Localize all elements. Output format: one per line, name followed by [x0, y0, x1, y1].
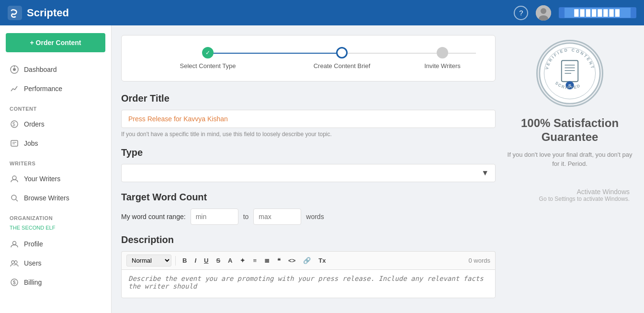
username-display[interactable]: ████████ — [559, 7, 636, 18]
word-count-to-label: to — [243, 213, 249, 220]
word-count-heading: Target Word Count — [121, 192, 496, 203]
activate-windows: Activate Windows Go to Settings to activ… — [505, 188, 634, 202]
format-select[interactable]: Normal Heading 1 Heading 2 Heading 3 — [126, 255, 171, 267]
sidebar-item-performance[interactable]: Performance — [0, 79, 111, 98]
underline-button[interactable]: U — [201, 255, 211, 266]
performance-label: Performance — [24, 85, 62, 93]
step-invite-writers: Invite Writers — [409, 47, 476, 70]
order-title-input[interactable] — [121, 110, 496, 128]
svg-text:$: $ — [13, 280, 16, 285]
scripted-logo-icon — [8, 6, 22, 20]
svg-point-17 — [14, 261, 17, 264]
quote-button[interactable]: ❝ — [274, 255, 283, 266]
description-word-count: 0 words — [468, 257, 490, 264]
svg-line-14 — [16, 199, 18, 201]
step-3-circle — [437, 47, 448, 58]
browse-writers-label: Browse Writers — [24, 194, 69, 202]
svg-point-2 — [541, 8, 546, 14]
avatar[interactable] — [536, 5, 551, 21]
description-toolbar: Normal Heading 1 Heading 2 Heading 3 B I… — [121, 251, 496, 269]
sidebar-item-jobs[interactable]: Jobs — [0, 134, 111, 153]
right-panel: S VERIFIED CONTENT SCRIPTED 100% Satisfa… — [505, 35, 634, 303]
sidebar-item-browse-writers[interactable]: Browse Writers — [0, 188, 111, 208]
step-1-circle: ✓ — [202, 47, 214, 58]
order-title-heading: Order Title — [121, 93, 496, 104]
svg-rect-0 — [8, 6, 22, 20]
order-content-button[interactable]: + Order Content — [6, 33, 105, 52]
step-2-label: Create Content Brief — [314, 62, 371, 70]
word-count-unit-label: words — [306, 213, 324, 220]
sidebar-item-users[interactable]: Users — [0, 254, 111, 273]
svg-rect-9 — [11, 140, 18, 146]
users-icon — [10, 258, 19, 268]
svg-point-15 — [13, 242, 16, 245]
step-1-label: Select Content Type — [180, 62, 236, 70]
jobs-label: Jobs — [24, 139, 38, 147]
logo-text: Scripted — [27, 7, 69, 19]
logo: Scripted — [8, 6, 69, 20]
type-select-wrapper: Blog Post Article Press Release Product … — [121, 164, 496, 182]
word-count-section: Target Word Count My word count range: t… — [121, 192, 496, 225]
content-section-title: CONTENT — [0, 98, 111, 115]
dashboard-label: Dashboard — [24, 66, 57, 73]
font-color-button[interactable]: A — [225, 255, 235, 266]
sidebar-item-profile[interactable]: Profile — [0, 234, 111, 254]
header: Scripted ? ████████ — [0, 0, 644, 25]
browse-writers-icon — [10, 193, 19, 203]
link-button[interactable]: 🔗 — [300, 255, 314, 266]
word-count-min-input[interactable] — [191, 209, 238, 225]
your-writers-label: Your Writers — [24, 175, 60, 183]
activate-windows-subtitle: Go to Settings to activate Windows. — [505, 196, 630, 202]
avatar-icon — [536, 5, 551, 21]
sidebar-item-billing[interactable]: $ Billing — [0, 273, 111, 292]
description-section: Description Normal Heading 1 Heading 2 H… — [121, 234, 496, 300]
header-right: ? ████████ — [514, 5, 636, 21]
toolbar-divider — [175, 256, 176, 266]
billing-label: Billing — [24, 278, 42, 286]
guarantee-description: If you don't love your final draft, you … — [505, 150, 634, 169]
step-2-line — [342, 53, 476, 54]
jobs-icon — [10, 139, 19, 148]
main-layout: + Order Content Dashboard Performance CO… — [0, 25, 644, 313]
writers-section-title: WRITERS — [0, 153, 111, 169]
clear-format-button[interactable]: Tx — [316, 255, 328, 266]
sidebar-item-dashboard[interactable]: Dashboard — [0, 60, 111, 79]
sidebar-item-orders[interactable]: $ Orders — [0, 115, 111, 134]
help-button[interactable]: ? — [514, 6, 528, 20]
org-name: THE SECOND ELF — [0, 224, 111, 234]
form-panel: ✓ Select Content Type Create Content Bri… — [121, 35, 496, 303]
strikethrough-button[interactable]: S — [213, 255, 223, 266]
billing-icon: $ — [10, 278, 19, 287]
italic-button[interactable]: I — [192, 255, 199, 266]
highlight-button[interactable]: ✦ — [237, 255, 248, 266]
step-2-circle — [336, 47, 348, 58]
activate-windows-title: Activate Windows — [505, 188, 630, 196]
your-writers-icon — [10, 174, 19, 184]
orders-label: Orders — [24, 120, 45, 128]
word-count-max-input[interactable] — [253, 209, 301, 225]
word-count-row: My word count range: to words — [121, 209, 496, 225]
guarantee-badge: S VERIFIED CONTENT SCRIPTED — [536, 40, 603, 107]
description-heading: Description — [121, 234, 496, 245]
step-select-content-type: ✓ Select Content Type — [141, 47, 275, 70]
ordered-list-button[interactable]: ≡ — [250, 255, 260, 266]
badge-ring — [538, 41, 602, 105]
order-title-hint: If you don't have a specific title in mi… — [121, 131, 496, 138]
svg-point-5 — [13, 68, 16, 71]
sidebar-item-your-writers[interactable]: Your Writers — [0, 169, 111, 188]
description-textarea[interactable] — [121, 269, 496, 298]
type-select[interactable]: Blog Post Article Press Release Product … — [121, 164, 496, 182]
type-heading: Type — [121, 147, 496, 158]
content-area: ✓ Select Content Type Create Content Bri… — [112, 25, 644, 313]
stepper: ✓ Select Content Type Create Content Bri… — [141, 47, 476, 70]
guarantee-title: 100% Satisfaction Guarantee — [505, 116, 634, 144]
step-1-line — [208, 53, 342, 54]
profile-label: Profile — [24, 240, 43, 248]
svg-point-16 — [11, 261, 14, 264]
bold-button[interactable]: B — [180, 255, 190, 266]
orders-icon: $ — [10, 119, 19, 129]
users-label: Users — [24, 259, 42, 267]
svg-text:$: $ — [12, 122, 15, 127]
code-button[interactable]: <> — [285, 255, 298, 266]
unordered-list-button[interactable]: ≣ — [261, 255, 272, 266]
